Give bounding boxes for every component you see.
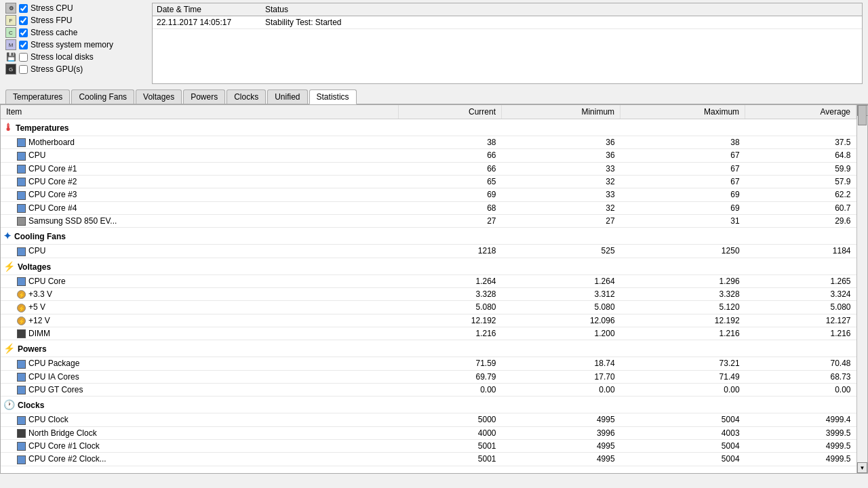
volt-circle-icon: ⚡: [17, 317, 26, 325]
row-icon: [17, 416, 26, 425]
row-maximum: 67: [620, 175, 745, 188]
col-current: Current: [399, 105, 502, 119]
log-date: 22.11.2017 14:05:17: [153, 16, 261, 29]
log-col-date: Date & Time: [153, 3, 261, 16]
scrollbar-arrow-down[interactable]: ▼: [857, 462, 867, 473]
row-maximum: 3.328: [620, 287, 745, 300]
group-header-cell: 🌡Temperatures: [1, 119, 856, 136]
row-current: 12.192: [399, 314, 502, 327]
row-name: CPU IA Cores: [1, 370, 399, 383]
log-panel: Date & Time Status 22.11.2017 14:05:17St…: [152, 3, 863, 84]
tab-cooling-fans[interactable]: Cooling Fans: [71, 89, 134, 104]
volt-group-icon: ⚡: [3, 261, 15, 272]
row-minimum: 4995: [502, 439, 620, 452]
stress-item-stress-system-memory: MStress system memory: [5, 39, 141, 50]
row-average: 60.7: [745, 201, 856, 214]
row-name: CPU Core #2: [1, 175, 399, 188]
stress-item-stress-fpu: FStress FPU: [5, 15, 141, 26]
tab-voltages[interactable]: Voltages: [136, 89, 182, 104]
row-current: 3.328: [399, 287, 502, 300]
group-header-powers: ⚡Powers: [1, 340, 856, 357]
row-minimum: 12.096: [502, 314, 620, 327]
tab-statistics[interactable]: Statistics: [309, 89, 357, 104]
row-average: 59.9: [745, 162, 856, 175]
row-minimum: 36: [502, 136, 620, 149]
tab-clocks[interactable]: Clocks: [226, 89, 266, 104]
row-average: 70.48: [745, 357, 856, 370]
icon-cpu: ⚙: [5, 3, 16, 14]
row-current: 0.00: [399, 383, 502, 396]
table-row: CPU Package 71.59 18.74 73.21 70.48: [1, 357, 856, 370]
row-average: 68.73: [745, 370, 856, 383]
icon-cache: C: [5, 27, 16, 38]
row-maximum: 69: [620, 188, 745, 201]
table-row: CPU 66 36 67 64.8: [1, 149, 856, 162]
row-current: 1218: [399, 245, 502, 258]
tabs-bar: TemperaturesCooling FansVoltagesPowersCl…: [0, 87, 868, 104]
stress-item-stress-gpu: GStress GPU(s): [5, 64, 141, 75]
row-minimum: 3996: [502, 426, 620, 439]
row-minimum: 4995: [502, 453, 620, 466]
row-minimum: 3.312: [502, 287, 620, 300]
table-row: Motherboard 38 36 38 37.5: [1, 136, 856, 149]
scrollbar-track[interactable]: ▲ ▼: [856, 105, 867, 473]
row-maximum: 69: [620, 201, 745, 214]
icon-gpu: G: [5, 64, 16, 75]
row-current: 65: [399, 175, 502, 188]
row-minimum: 17.70: [502, 370, 620, 383]
row-name: CPU: [1, 149, 399, 162]
row-maximum: 1.296: [620, 274, 745, 287]
row-maximum: 67: [620, 162, 745, 175]
row-current: 71.59: [399, 357, 502, 370]
group-header-temperatures: 🌡Temperatures: [1, 119, 856, 136]
scrollbar-thumb[interactable]: [858, 105, 867, 125]
label-stress-local-disks: Stress local disks: [31, 52, 94, 62]
log-status: Stability Test: Started: [261, 16, 862, 29]
row-maximum: 5004: [620, 453, 745, 466]
row-current: 27: [399, 214, 502, 227]
tab-temperatures[interactable]: Temperatures: [5, 89, 70, 104]
row-name: ⚡+5 V: [1, 301, 399, 314]
row-minimum: 4995: [502, 413, 620, 426]
row-average: 12.127: [745, 314, 856, 327]
table-row: ⚡+5 V 5.080 5.080 5.120 5.080: [1, 301, 856, 314]
row-name: DIMM: [1, 327, 399, 340]
table-row: CPU Core #1 66 33 67 59.9: [1, 162, 856, 175]
label-stress-fpu: Stress FPU: [31, 16, 72, 25]
table-row: CPU Core #2 65 32 67 57.9: [1, 175, 856, 188]
stress-item-stress-cache: CStress cache: [5, 27, 141, 38]
checkbox-stress-gpu[interactable]: [19, 65, 28, 74]
row-current: 5001: [399, 439, 502, 452]
top-section: ⚙Stress CPUFStress FPUCStress cacheMStre…: [0, 0, 868, 87]
row-current: 68: [399, 201, 502, 214]
data-table-container[interactable]: Item Current Minimum Maximum Average 🌡Te…: [1, 105, 856, 473]
row-minimum: 0.00: [502, 383, 620, 396]
row-icon: [17, 429, 26, 438]
table-row: CPU Core #1 Clock 5001 4995 5004 4999.5: [1, 439, 856, 452]
checkbox-stress-local-disks[interactable]: [19, 53, 28, 62]
checkbox-stress-fpu[interactable]: [19, 16, 28, 25]
checkbox-stress-system-memory[interactable]: [19, 41, 28, 49]
stress-item-stress-cpu: ⚙Stress CPU: [5, 3, 141, 14]
label-stress-system-memory: Stress system memory: [31, 40, 113, 49]
table-row: CPU Clock 5000 4995 5004 4999.4: [1, 413, 856, 426]
checkbox-stress-cpu[interactable]: [19, 4, 28, 13]
icon-mem: M: [5, 39, 16, 50]
row-icon: [17, 178, 26, 186]
row-name: CPU Core #1: [1, 162, 399, 175]
tab-unified[interactable]: Unified: [267, 89, 307, 104]
row-maximum: 5.120: [620, 301, 745, 314]
row-name: ⚡+3.3 V: [1, 287, 399, 300]
tab-powers[interactable]: Powers: [183, 89, 225, 104]
row-average: 64.8: [745, 149, 856, 162]
group-header-clocks: 🕐Clocks: [1, 396, 856, 413]
row-minimum: 32: [502, 175, 620, 188]
row-minimum: 5.080: [502, 301, 620, 314]
row-average: 4999.5: [745, 439, 856, 452]
row-maximum: 0.00: [620, 383, 745, 396]
table-row: CPU Core #2 Clock... 5001 4995 5004 4999…: [1, 453, 856, 466]
row-minimum: 27: [502, 214, 620, 227]
row-average: 62.2: [745, 188, 856, 201]
checkbox-stress-cache[interactable]: [19, 28, 28, 37]
row-icon: [17, 329, 26, 338]
